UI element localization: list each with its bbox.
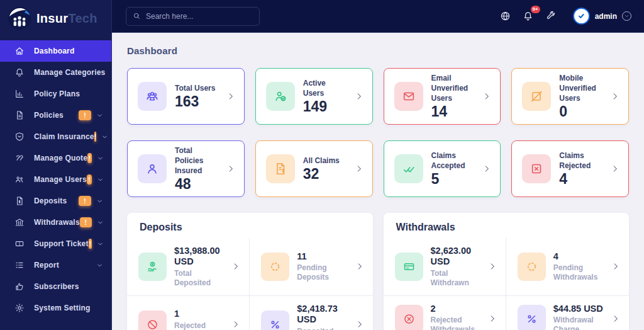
file-icon — [14, 110, 25, 121]
stat-card-total-users[interactable]: Total Users 163 — [127, 68, 245, 125]
panel-item-label: Withdrawal Charge — [553, 316, 604, 330]
stat-label: Total Policies Insured — [175, 145, 218, 176]
stat-label: Mobile Unverified Users — [559, 73, 602, 104]
stat-card-email-unverified-users[interactable]: Email Unverified Users 14 — [384, 68, 501, 125]
chevron-down-icon — [96, 261, 104, 269]
panel-item-value: $2,623.00 USD — [431, 246, 480, 268]
credit-card-icon — [395, 253, 423, 281]
stat-value: 0 — [559, 103, 602, 120]
withdrawal-charge-item[interactable]: $44.85 USD Withdrawal Charge — [506, 296, 629, 330]
sidebar-item-dashboard[interactable]: Dashboard — [0, 40, 111, 62]
sidebar-item-claim-insurance[interactable]: Claim Insurance ! — [0, 126, 111, 147]
rejected-deposits-item[interactable]: 1 Rejected Deposits — [127, 296, 250, 330]
thumbs-up-icon — [14, 282, 25, 292]
chevron-right-icon — [231, 262, 240, 271]
sidebar-item-subscribers[interactable]: Subscribers — [0, 276, 111, 297]
pending-withdrawals-item[interactable]: 4 Pending Withdrawals — [506, 238, 629, 296]
alert-badge: ! — [89, 239, 92, 249]
total-withdrawn-item[interactable]: $2,623.00 USD Total Withdrawn — [384, 238, 506, 296]
alert-badge: ! — [79, 196, 91, 206]
percent-icon — [261, 310, 289, 330]
sidebar-nav: Dashboard Manage Categories Policy Plans… — [0, 40, 111, 319]
chevron-down-icon — [97, 154, 104, 162]
stat-card-active-users[interactable]: Active Users 149 — [255, 68, 373, 125]
stat-value: 5 — [431, 171, 475, 187]
search-icon — [133, 12, 141, 20]
chevron-down-icon — [96, 111, 104, 119]
brand-name: InsurTech — [36, 11, 97, 26]
user-menu[interactable]: admin — [573, 8, 631, 25]
sidebar-item-withdrawals[interactable]: Withdrawals ! — [0, 212, 111, 233]
deposited-charge-item[interactable]: $2,418.73 USD Deposited Charge — [250, 296, 372, 330]
rejected-withdrawals-item[interactable]: 2 Rejected Withdrawals — [384, 296, 506, 330]
users-icon — [14, 174, 25, 185]
stat-card-mobile-unverified-users[interactable]: Mobile Unverified Users 0 — [511, 68, 629, 125]
stat-value: 48 — [175, 176, 218, 192]
panel-item-label: Total Deposited — [174, 269, 224, 288]
panel-item-value: $44.85 USD — [553, 304, 604, 314]
globe-icon — [500, 11, 511, 21]
sidebar-item-report[interactable]: Report — [0, 254, 111, 276]
notifications-button[interactable]: 9+ — [521, 9, 535, 23]
panel-item-value: 1 — [174, 309, 224, 319]
chevron-down-icon — [97, 176, 104, 183]
chevron-down-icon — [96, 197, 104, 205]
chevron-down-icon — [97, 240, 104, 248]
stat-card-all-claims[interactable]: All Claims 32 — [255, 140, 373, 197]
language-globe-button[interactable] — [499, 9, 512, 23]
home-icon — [14, 46, 25, 57]
sidebar-item-manage-users[interactable]: Manage Users ! — [0, 169, 111, 190]
file-dollar-icon — [14, 196, 25, 207]
alert-badge: ! — [79, 110, 91, 120]
stat-label: All Claims — [303, 156, 347, 166]
summary-panels: Deposits $13,988.00 USD Total Deposited — [127, 213, 629, 330]
sidebar-item-support-ticket[interactable]: Support Ticket ! — [0, 233, 111, 254]
bank-icon — [14, 217, 25, 228]
gear-icon — [14, 303, 25, 314]
panel-item-label: Pending Deposits — [297, 263, 347, 282]
sidebar-item-system-setting[interactable]: System Setting — [0, 297, 111, 319]
stat-card-claims-rejected[interactable]: Claims Rejected 4 — [511, 140, 629, 197]
app-root: InsurTech Dashboard Manage Categories Po… — [0, 0, 644, 330]
user-check-icon — [266, 82, 295, 111]
chevron-right-icon — [488, 262, 497, 271]
pending-deposits-item[interactable]: 11 Pending Deposits — [250, 238, 372, 296]
chevron-right-icon — [611, 314, 620, 323]
sidebar-item-policy-plans[interactable]: Policy Plans — [0, 83, 111, 105]
double-check-icon — [394, 154, 423, 183]
person-icon — [138, 154, 167, 183]
users-group-icon — [138, 82, 167, 111]
chevron-right-icon — [355, 164, 364, 173]
alert-badge: ! — [87, 174, 92, 185]
chevron-right-icon — [482, 164, 491, 173]
system-tools-button[interactable] — [544, 9, 557, 23]
stat-label: Active Users — [303, 78, 347, 98]
sidebar-item-deposits[interactable]: Deposits ! — [0, 190, 111, 212]
sidebar-item-policies[interactable]: Policies ! — [0, 105, 111, 126]
sidebar-item-manage-quote[interactable]: Manage Quote ! — [0, 147, 111, 169]
panel-item-label: Rejected Withdrawals — [431, 316, 480, 330]
stat-value: 149 — [303, 98, 347, 115]
stat-card-claims-accepted[interactable]: Claims Accepted 5 — [384, 140, 501, 197]
alert-badge: ! — [87, 153, 92, 163]
stat-value: 32 — [303, 166, 347, 182]
spinner-icon — [261, 253, 289, 281]
stat-card-total-policies-insured[interactable]: Total Policies Insured 48 — [127, 140, 245, 197]
panel-item-label: Total Withdrawn — [431, 269, 480, 288]
page-title: Dashboard — [127, 45, 629, 56]
stat-value: 4 — [559, 171, 602, 187]
notification-badge: 9+ — [531, 6, 540, 13]
withdrawals-panel: Withdrawals $2,623.00 USD Total Withdraw… — [384, 213, 630, 330]
ticket-icon — [14, 239, 25, 249]
avatar — [573, 8, 590, 25]
wrench-icon — [545, 11, 556, 21]
chart-icon — [14, 89, 25, 100]
stat-label: Email Unverified Users — [431, 73, 475, 104]
spinner-icon — [518, 253, 546, 281]
alert-badge: ! — [94, 132, 96, 142]
hand-dollar-icon — [138, 253, 167, 281]
search-input[interactable] — [146, 12, 253, 21]
total-deposited-item[interactable]: $13,988.00 USD Total Deposited — [127, 238, 250, 296]
sidebar-item-manage-categories[interactable]: Manage Categories — [0, 62, 111, 83]
chevron-right-icon — [611, 164, 619, 173]
